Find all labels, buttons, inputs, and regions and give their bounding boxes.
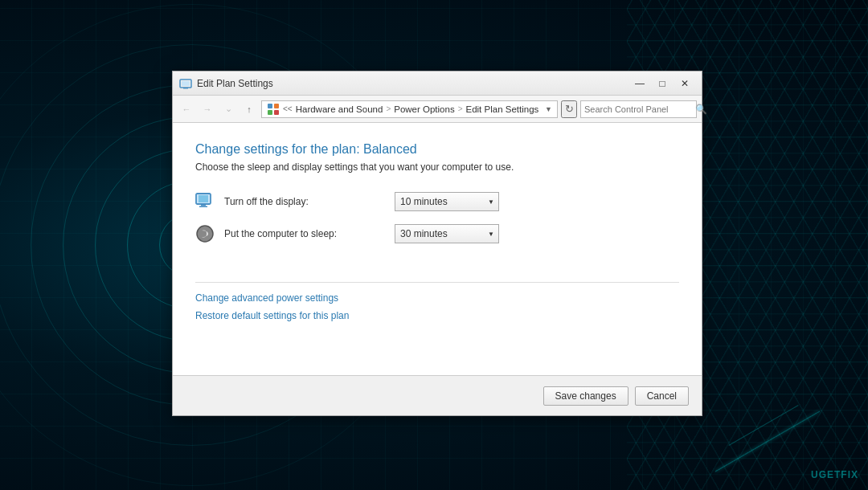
- title-bar: Edit Plan Settings — □ ✕: [173, 71, 702, 96]
- back-button[interactable]: ←: [178, 100, 195, 118]
- content-area: Change settings for the plan: Balanced C…: [173, 123, 702, 375]
- sleep-setting-row: Put the computer to sleep: 1 minute 2 mi…: [195, 224, 679, 243]
- restore-defaults-link[interactable]: Restore default settings for this plan: [195, 310, 349, 321]
- display-icon: [195, 192, 215, 211]
- display-label: Turn off the display:: [224, 196, 385, 207]
- breadcrumb-hardware[interactable]: Hardware and Sound: [296, 104, 383, 114]
- breadcrumb-prefix: <<: [283, 104, 293, 113]
- sleep-icon: [195, 224, 215, 243]
- save-changes-button[interactable]: Save changes: [543, 386, 628, 406]
- breadcrumb-sep-1: >: [386, 104, 391, 113]
- display-setting-row: Turn off the display: 1 minute 2 minutes…: [195, 192, 679, 211]
- search-box: 🔍: [580, 100, 697, 118]
- display-select[interactable]: 1 minute 2 minutes 3 minutes 5 minutes 1…: [395, 192, 499, 211]
- svg-rect-1: [182, 81, 190, 86]
- up-button[interactable]: ↑: [240, 100, 258, 118]
- svg-rect-4: [274, 104, 279, 108]
- breadcrumb-power[interactable]: Power Options: [394, 104, 454, 114]
- sleep-select[interactable]: 1 minute 2 minutes 3 minutes 5 minutes 1…: [395, 224, 499, 243]
- control-panel-icon: [267, 103, 280, 116]
- sleep-icon-wrapper: [195, 224, 215, 243]
- display-select-wrapper: 1 minute 2 minutes 3 minutes 5 minutes 1…: [395, 192, 499, 211]
- svg-rect-3: [268, 104, 272, 108]
- svg-point-11: [197, 226, 213, 242]
- breadcrumb-current: Edit Plan Settings: [466, 104, 539, 114]
- plan-heading: Change settings for the plan: Balanced: [195, 142, 679, 157]
- svg-rect-8: [199, 195, 208, 202]
- svg-rect-2: [183, 88, 188, 89]
- address-path: << Hardware and Sound > Power Options > …: [261, 100, 558, 118]
- breadcrumb-sep-2: >: [458, 104, 463, 113]
- watermark: UGETFIX: [811, 469, 858, 480]
- monitor-icon: [195, 193, 215, 210]
- svg-rect-6: [274, 110, 279, 115]
- footer: Save changes Cancel: [173, 375, 702, 415]
- window-controls: — □ ✕: [629, 75, 695, 92]
- address-bar: ← → ⌄ ↑ << Hardware and Sound > Power Op…: [173, 96, 702, 123]
- svg-rect-10: [199, 206, 207, 208]
- advanced-power-link[interactable]: Change advanced power settings: [195, 292, 338, 304]
- sleep-label: Put the computer to sleep:: [224, 228, 385, 239]
- plan-subheading: Choose the sleep and display settings th…: [195, 161, 679, 173]
- divider-1: [195, 282, 679, 283]
- search-icon[interactable]: 🔍: [695, 104, 707, 115]
- refresh-button[interactable]: ↻: [561, 100, 577, 118]
- window-icon: [179, 77, 192, 90]
- svg-rect-9: [201, 204, 206, 206]
- close-button[interactable]: ✕: [674, 75, 695, 92]
- cancel-button[interactable]: Cancel: [635, 386, 689, 406]
- edit-plan-settings-window: Edit Plan Settings — □ ✕ ← → ⌄ ↑ << Hard…: [172, 71, 702, 416]
- window-title: Edit Plan Settings: [197, 78, 629, 89]
- svg-rect-5: [268, 110, 272, 115]
- minimize-button[interactable]: —: [629, 75, 650, 92]
- maximize-button[interactable]: □: [652, 75, 673, 92]
- search-input[interactable]: [584, 104, 695, 114]
- path-dropdown[interactable]: ▼: [545, 105, 552, 113]
- sleep-select-wrapper: 1 minute 2 minutes 3 minutes 5 minutes 1…: [395, 224, 499, 243]
- recent-button[interactable]: ⌄: [219, 100, 237, 118]
- forward-button[interactable]: →: [199, 100, 216, 118]
